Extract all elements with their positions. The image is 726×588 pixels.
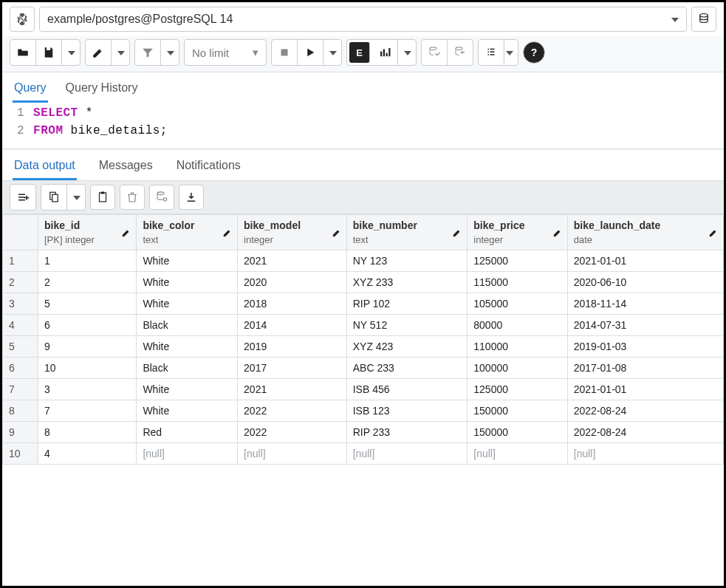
cell[interactable]: 4 xyxy=(38,443,137,465)
result-tab-messages[interactable]: Messages xyxy=(97,154,154,180)
cell[interactable]: White xyxy=(137,400,238,422)
download-button[interactable] xyxy=(179,185,204,210)
table-row[interactable]: 73White2021ISB 4561250002021-01-01 xyxy=(3,379,724,400)
cell[interactable]: 2019 xyxy=(238,336,347,358)
cell[interactable]: 125000 xyxy=(468,379,567,400)
cell[interactable]: White xyxy=(137,336,238,358)
database-icon-button[interactable] xyxy=(691,7,716,32)
cell[interactable]: 110000 xyxy=(468,336,567,358)
cell[interactable]: 9 xyxy=(38,336,137,358)
table-row[interactable]: 22White2020XYZ 2331150002020-06-10 xyxy=(3,272,724,293)
cell[interactable]: 2019-01-03 xyxy=(567,336,723,358)
run-button[interactable] xyxy=(298,40,323,65)
connection-select[interactable]: example/postgres@PostgreSQL 14 xyxy=(39,7,687,32)
cell[interactable]: 2014 xyxy=(238,315,347,336)
cell[interactable]: 3 xyxy=(38,379,137,400)
table-row[interactable]: 46Black2014NY 512800002014-07-31 xyxy=(3,315,724,336)
tab-query[interactable]: Query xyxy=(13,77,48,103)
paste-button[interactable] xyxy=(90,185,115,210)
cell[interactable]: 80000 xyxy=(468,315,567,336)
stop-button[interactable] xyxy=(272,40,298,65)
cell[interactable]: 6 xyxy=(38,315,137,336)
column-header-bike_color[interactable]: bike_colortext xyxy=(137,215,238,250)
edit-dropdown[interactable] xyxy=(112,40,129,65)
cell[interactable]: 5 xyxy=(38,293,137,315)
cell[interactable]: NY 123 xyxy=(346,250,468,272)
column-header-bike_model[interactable]: bike_modelinteger xyxy=(238,215,347,250)
delete-row-button[interactable] xyxy=(120,185,145,210)
run-dropdown[interactable] xyxy=(323,40,341,65)
pencil-icon[interactable] xyxy=(708,228,719,238)
pencil-icon[interactable] xyxy=(552,228,563,238)
cell[interactable]: XYZ 423 xyxy=(346,336,468,358)
filter-dropdown[interactable] xyxy=(161,40,179,65)
cell[interactable]: Black xyxy=(137,315,238,336)
cell[interactable]: 2021-01-01 xyxy=(567,250,723,272)
tab-query-history[interactable]: Query History xyxy=(64,77,140,103)
help-button[interactable]: ? xyxy=(523,41,545,64)
cell[interactable]: 2017 xyxy=(238,358,347,379)
cell[interactable]: 115000 xyxy=(468,272,567,293)
cell[interactable]: 2022-08-24 xyxy=(567,422,723,443)
add-row-button[interactable] xyxy=(10,185,35,210)
cell[interactable]: NY 512 xyxy=(346,315,468,336)
cell[interactable]: 2 xyxy=(38,272,137,293)
cell[interactable]: White xyxy=(137,293,238,315)
open-file-button[interactable] xyxy=(10,40,36,65)
column-header-bike_id[interactable]: bike_id[PK] integer xyxy=(38,215,137,250)
cell[interactable]: Red xyxy=(137,422,238,443)
cell[interactable]: RIP 102 xyxy=(346,293,468,315)
result-tab-notifications[interactable]: Notifications xyxy=(175,154,242,180)
save-button[interactable] xyxy=(36,40,62,65)
cell[interactable]: 2021 xyxy=(238,250,347,272)
cell[interactable]: 10 xyxy=(38,358,137,379)
cell[interactable]: White xyxy=(137,379,238,400)
edit-button[interactable] xyxy=(86,40,112,65)
cell[interactable]: 2017-01-08 xyxy=(567,358,723,379)
cell[interactable]: 2022 xyxy=(238,400,347,422)
cell[interactable]: [null] xyxy=(238,443,347,465)
table-row[interactable]: 98Red2022RIP 2331500002022-08-24 xyxy=(3,422,724,443)
cell[interactable]: 8 xyxy=(38,422,137,443)
cell[interactable]: 7 xyxy=(38,400,137,422)
cell[interactable]: 2022 xyxy=(238,422,347,443)
cell[interactable]: 100000 xyxy=(468,358,567,379)
cell[interactable]: [null] xyxy=(137,443,238,465)
cell[interactable]: ISB 123 xyxy=(346,400,468,422)
cell[interactable]: XYZ 233 xyxy=(346,272,468,293)
cell[interactable]: ABC 233 xyxy=(346,358,468,379)
cell[interactable]: 150000 xyxy=(468,400,567,422)
cell[interactable]: 1 xyxy=(38,250,137,272)
copy-button[interactable] xyxy=(41,185,67,210)
cell[interactable]: 2020-06-10 xyxy=(567,272,723,293)
cell[interactable]: [null] xyxy=(468,443,567,465)
cell[interactable]: 2014-07-31 xyxy=(567,315,723,336)
cell[interactable]: 2018 xyxy=(238,293,347,315)
cell[interactable]: 2022-08-24 xyxy=(567,400,723,422)
rollback-button[interactable] xyxy=(448,40,473,65)
save-data-button[interactable] xyxy=(149,185,174,210)
explain-dropdown[interactable] xyxy=(398,40,416,65)
cell[interactable]: White xyxy=(137,272,238,293)
table-row[interactable]: 59White2019XYZ 4231100002019-01-03 xyxy=(3,336,724,358)
result-tab-data-output[interactable]: Data output xyxy=(13,154,77,180)
cell[interactable]: 2021-01-01 xyxy=(567,379,723,400)
copy-dropdown[interactable] xyxy=(67,185,85,210)
save-dropdown[interactable] xyxy=(62,40,80,65)
column-header-bike_launch_date[interactable]: bike_launch_datedate xyxy=(567,215,723,250)
cell[interactable]: 105000 xyxy=(468,293,567,315)
filter-button[interactable] xyxy=(135,40,161,65)
column-header-bike_number[interactable]: bike_numbertext xyxy=(346,215,468,250)
cell[interactable]: 2018-11-14 xyxy=(567,293,723,315)
table-row[interactable]: 11White2021NY 1231250002021-01-01 xyxy=(3,250,724,272)
cell[interactable]: 2021 xyxy=(238,379,347,400)
table-row[interactable]: 35White2018RIP 1021050002018-11-14 xyxy=(3,293,724,315)
cell[interactable]: [null] xyxy=(346,443,468,465)
cell[interactable]: 150000 xyxy=(468,422,567,443)
pencil-icon[interactable] xyxy=(222,228,233,238)
column-header-bike_price[interactable]: bike_priceinteger xyxy=(468,215,567,250)
commit-button[interactable] xyxy=(422,40,448,65)
pencil-icon[interactable] xyxy=(452,228,462,238)
analyze-button[interactable] xyxy=(372,40,398,65)
table-row[interactable]: 87White2022ISB 1231500002022-08-24 xyxy=(3,400,724,422)
